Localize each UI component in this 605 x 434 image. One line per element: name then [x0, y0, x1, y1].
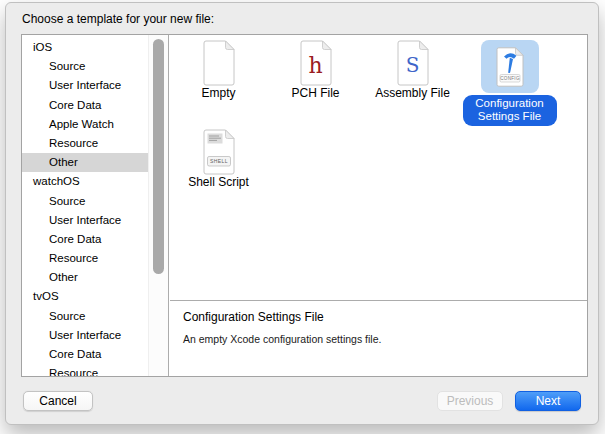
sidebar-item-ios-other[interactable]: Other	[22, 153, 148, 172]
cancel-button[interactable]: Cancel	[23, 391, 93, 411]
sidebar-item-ios-user-interface[interactable]: User Interface	[22, 76, 148, 95]
svg-text:SHELL: SHELL	[210, 158, 228, 164]
template-shell-script[interactable]: SHELL Shell Script	[170, 129, 267, 218]
sidebar-group-watchos[interactable]: watchOS	[22, 172, 148, 191]
sidebar-item-watchos-source[interactable]: Source	[22, 192, 148, 211]
sidebar-item-tvos-resource[interactable]: Resource	[22, 364, 148, 376]
template-label: Shell Script	[188, 176, 249, 189]
template-label: Empty	[201, 87, 235, 100]
template-pch-file[interactable]: h PCH File	[267, 40, 364, 129]
config-document-icon: CONFIG	[495, 47, 525, 87]
template-assembly-file[interactable]: S Assembly File	[364, 40, 461, 129]
sidebar-item-tvos-source[interactable]: Source	[22, 307, 148, 326]
template-details-title: Configuration Settings File	[183, 310, 574, 324]
pch-document-icon: h	[299, 40, 333, 86]
sidebar-group-ios[interactable]: iOS	[22, 38, 148, 57]
svg-text:S: S	[405, 53, 419, 77]
platform-sidebar: iOS Source User Interface Core Data Appl…	[22, 35, 169, 376]
shell-document-icon: SHELL	[202, 129, 236, 175]
sidebar-scrollbar-thumb[interactable]	[153, 39, 164, 274]
new-file-template-dialog: Choose a template for your new file: iOS…	[5, 2, 599, 425]
dialog-title: Choose a template for your new file:	[22, 12, 214, 26]
template-configuration-settings-file[interactable]: CONFIG Configuration Settings File	[461, 40, 558, 129]
sidebar-item-watchos-core-data[interactable]: Core Data	[22, 230, 148, 249]
template-grid: Empty h PCH File S Assembly File	[170, 35, 589, 300]
sidebar-group-tvos[interactable]: tvOS	[22, 287, 148, 306]
sidebar-item-watchos-user-interface[interactable]: User Interface	[22, 211, 148, 230]
template-details-description: An empty Xcode configuration settings fi…	[183, 333, 574, 345]
sidebar-item-watchos-resource[interactable]: Resource	[22, 249, 148, 268]
sidebar-item-ios-resource[interactable]: Resource	[22, 134, 148, 153]
template-label: Assembly File	[375, 87, 450, 100]
sidebar-item-tvos-core-data[interactable]: Core Data	[22, 345, 148, 364]
platform-list: iOS Source User Interface Core Data Appl…	[22, 35, 168, 376]
template-empty[interactable]: Empty	[170, 40, 267, 129]
template-details-panel: Configuration Settings File An empty Xco…	[170, 300, 587, 376]
assembly-document-icon: S	[396, 40, 430, 86]
svg-text:h: h	[308, 53, 322, 78]
sidebar-item-watchos-other[interactable]: Other	[22, 268, 148, 287]
svg-text:CONFIG: CONFIG	[500, 76, 520, 81]
sidebar-item-ios-apple-watch[interactable]: Apple Watch	[22, 115, 148, 134]
sidebar-item-tvos-user-interface[interactable]: User Interface	[22, 326, 148, 345]
blank-document-icon	[202, 40, 236, 86]
sidebar-scrollbar-track[interactable]	[148, 35, 168, 376]
selected-template-highlight: CONFIG	[481, 40, 539, 93]
template-label: Configuration Settings File	[463, 95, 557, 126]
template-label: PCH File	[291, 87, 339, 100]
sidebar-item-ios-source[interactable]: Source	[22, 57, 148, 76]
template-chooser: iOS Source User Interface Core Data Appl…	[21, 34, 588, 377]
previous-button[interactable]: Previous	[437, 391, 503, 411]
next-button[interactable]: Next	[515, 391, 581, 411]
sidebar-item-ios-core-data[interactable]: Core Data	[22, 96, 148, 115]
